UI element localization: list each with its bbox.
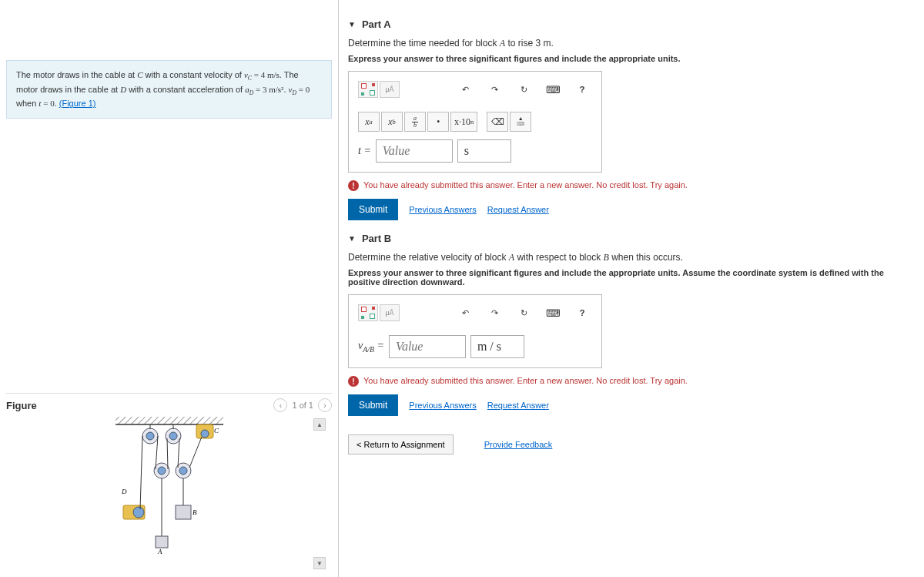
part-a-submit-button[interactable]: Submit	[348, 199, 398, 220]
part-b-header[interactable]: ▼ Part B	[348, 233, 915, 244]
part-a-value-input[interactable]	[376, 139, 453, 163]
help-button[interactable]: ?	[572, 81, 592, 98]
right-panel: ▼ Part A Determine the time needed for b…	[339, 0, 924, 577]
svg-point-14	[179, 467, 187, 475]
figure-nav: ‹ 1 of 1 ›	[273, 398, 332, 412]
label-a: A	[157, 548, 162, 555]
svg-point-12	[158, 467, 166, 475]
warning-icon: !	[348, 180, 359, 191]
figure-section: Figure ‹ 1 of 1 › ▲	[6, 393, 332, 571]
svg-line-15	[140, 436, 142, 509]
feedback-text: You have already submitted this answer. …	[363, 180, 688, 190]
fraction-button[interactable]: ab	[404, 112, 426, 132]
part-b-input-row: vA/B =	[358, 335, 592, 358]
help-button[interactable]: ?	[572, 304, 592, 321]
text: when this occurs.	[609, 252, 683, 263]
formula-row: xa xb ab • x·10n ⌫ ▲⌨	[358, 112, 592, 132]
backspace-button[interactable]: ⌫	[487, 112, 508, 132]
text: when	[16, 99, 38, 108]
collapse-icon: ▼	[348, 20, 356, 29]
part-a-answer-box: μÅ ↶ ↷ ↻ ⌨ ? xa xb ab • x·10n ⌫ ▲⌨ t =	[348, 71, 602, 173]
bottom-row: < Return to Assignment Provide Feedback	[348, 434, 915, 455]
keyboard-button[interactable]: ⌨	[543, 304, 563, 321]
part-b-submit-button[interactable]: Submit	[348, 394, 398, 416]
templates-icon[interactable]	[358, 81, 378, 98]
figure-header: Figure ‹ 1 of 1 ›	[6, 393, 332, 417]
figure-content: ▲ C D	[6, 417, 332, 571]
part-a-label: Part A	[362, 18, 391, 30]
reset-button[interactable]: ↻	[514, 304, 534, 321]
text: Determine the time needed for block	[348, 38, 500, 49]
text: to rise 3 m.	[505, 38, 554, 49]
units-button[interactable]: μÅ	[380, 304, 400, 321]
part-b-actions: Submit Previous Answers Request Answer	[348, 394, 915, 416]
warning-icon: !	[348, 376, 359, 387]
part-b-answer-box: μÅ ↶ ↷ ↻ ⌨ ? vA/B =	[348, 294, 602, 368]
part-b-value-input[interactable]	[389, 335, 466, 358]
vd-value: vD = 0	[289, 85, 310, 94]
redo-button[interactable]: ↷	[484, 304, 504, 321]
collapse-icon: ▼	[348, 234, 356, 243]
figure-title: Figure	[6, 400, 37, 411]
reset-button[interactable]: ↻	[514, 81, 534, 98]
text: with a constant velocity of	[142, 70, 243, 79]
part-a-toolbar: μÅ ↶ ↷ ↻ ⌨ ?	[358, 81, 592, 104]
undo-button[interactable]: ↶	[455, 81, 475, 98]
figure-page-indicator: 1 of 1	[292, 401, 313, 410]
part-b-instruction: Express your answer to three significant…	[348, 268, 915, 287]
part-b-label: Part B	[362, 233, 391, 244]
svg-point-8	[146, 432, 154, 440]
scroll-down-button[interactable]: ▼	[313, 557, 326, 569]
part-b-unit-input[interactable]	[470, 335, 524, 358]
vc-value: vC = 4 m/s	[244, 70, 280, 79]
units-button[interactable]: μÅ	[380, 81, 400, 98]
label-d: D	[121, 488, 127, 495]
part-a-request-answer-link[interactable]: Request Answer	[487, 205, 549, 214]
provide-feedback-link[interactable]: Provide Feedback	[484, 440, 553, 449]
text: with respect to block	[514, 252, 603, 263]
keyboard-button[interactable]: ⌨	[543, 81, 563, 98]
text: with a constant acceleration of	[126, 85, 245, 94]
figure-link[interactable]: (Figure 1)	[59, 99, 96, 108]
part-b-previous-answers-link[interactable]: Previous Answers	[409, 401, 476, 410]
part-a-header[interactable]: ▼ Part A	[348, 18, 915, 30]
problem-statement: The motor draws in the cable at C with a…	[6, 60, 332, 119]
text: The motor draws in the cable at	[16, 70, 137, 79]
return-button[interactable]: < Return to Assignment	[348, 434, 454, 455]
part-a-actions: Submit Previous Answers Request Answer	[348, 199, 915, 220]
part-a-input-row: t =	[358, 139, 592, 163]
svg-rect-1	[116, 417, 223, 424]
templates-icon[interactable]	[358, 304, 378, 321]
dot-button[interactable]: •	[427, 112, 449, 132]
part-b-request-answer-link[interactable]: Request Answer	[487, 401, 549, 410]
part-a-unit-input[interactable]	[457, 139, 511, 163]
svg-line-17	[167, 438, 168, 469]
t0-value: t = 0	[38, 99, 54, 108]
svg-rect-22	[176, 505, 191, 519]
svg-point-10	[169, 432, 177, 440]
part-a-question: Determine the time needed for block A to…	[348, 38, 915, 49]
pulley-diagram: C D	[92, 417, 246, 555]
more-button[interactable]: ▲⌨	[510, 112, 531, 132]
svg-point-6	[133, 507, 144, 518]
feedback-text: You have already submitted this answer. …	[363, 376, 688, 385]
scroll-up-button[interactable]: ▲	[313, 418, 326, 431]
svg-line-18	[178, 438, 179, 468]
superscript-button[interactable]: xa	[358, 112, 380, 132]
subscript-button[interactable]: xb	[381, 112, 403, 132]
part-b-toolbar: μÅ ↶ ↷ ↻ ⌨ ?	[358, 304, 592, 327]
figure-next-button[interactable]: ›	[318, 398, 332, 412]
part-a-previous-answers-link[interactable]: Previous Answers	[409, 205, 476, 214]
undo-button[interactable]: ↶	[455, 304, 475, 321]
svg-rect-23	[156, 536, 168, 548]
sci-notation-button[interactable]: x·10n	[450, 112, 477, 132]
left-panel: The motor draws in the cable at C with a…	[0, 0, 339, 577]
vab-label: vA/B =	[358, 340, 384, 354]
ad-value: aD = 3 m/s²	[245, 85, 283, 94]
label-b: B	[192, 508, 197, 516]
figure-prev-button[interactable]: ‹	[273, 398, 287, 412]
var-d: D	[120, 85, 126, 94]
part-b-feedback: ! You have already submitted this answer…	[348, 376, 915, 387]
svg-point-4	[201, 430, 209, 438]
redo-button[interactable]: ↷	[484, 81, 504, 98]
